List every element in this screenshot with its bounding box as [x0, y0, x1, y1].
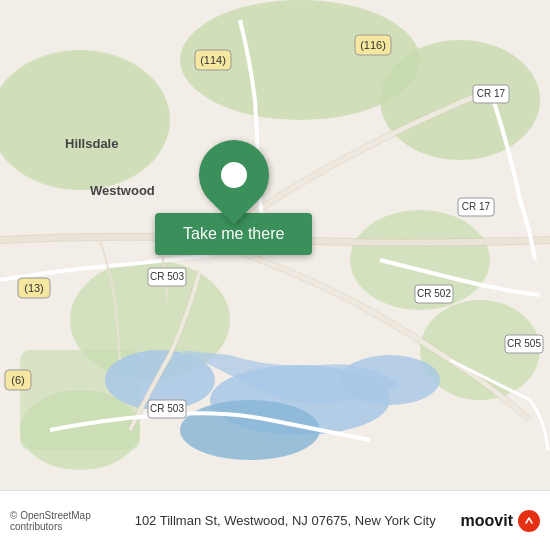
svg-point-12	[180, 400, 320, 460]
svg-text:CR 503: CR 503	[150, 271, 184, 282]
svg-text:CR 502: CR 502	[417, 288, 451, 299]
svg-text:CR 17: CR 17	[462, 201, 491, 212]
moovit-icon	[518, 510, 540, 532]
svg-text:(114): (114)	[200, 54, 226, 66]
map-container: (114) (116) CR 17 CR 17 CR 502 CR 503 CR…	[0, 0, 550, 490]
bottom-bar: © OpenStreetMap contributors 102 Tillman…	[0, 490, 550, 550]
svg-text:(13): (13)	[24, 282, 44, 294]
location-pin-dot	[221, 162, 247, 188]
moovit-label: moovit	[461, 512, 513, 530]
svg-text:(116): (116)	[360, 39, 386, 51]
svg-text:CR 503: CR 503	[150, 403, 184, 414]
svg-text:CR 17: CR 17	[477, 88, 506, 99]
svg-text:CR 505: CR 505	[507, 338, 541, 349]
osm-credit: © OpenStreetMap contributors	[10, 510, 132, 532]
svg-text:(6): (6)	[11, 374, 24, 386]
moovit-logo: moovit	[438, 510, 540, 532]
location-pin	[184, 126, 283, 225]
svg-text:Hillsdale: Hillsdale	[65, 136, 118, 151]
svg-text:Westwood: Westwood	[90, 183, 155, 198]
cta-container: Take me there	[155, 140, 312, 255]
svg-point-35	[522, 514, 536, 528]
address-label: 102 Tillman St, Westwood, NJ 07675, New …	[132, 513, 438, 528]
